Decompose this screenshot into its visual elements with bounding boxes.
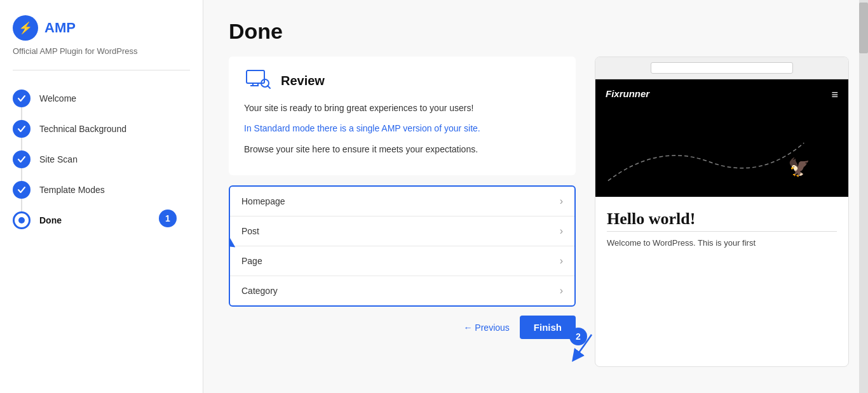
preview-content: Fixrunner ≡ 🦅 Hello world! Welcome to Wo… — [595, 79, 848, 366]
active-dot — [18, 217, 25, 223]
hamburger-icon: ≡ — [831, 88, 838, 102]
finish-button-wrapper: Finish 2 — [520, 316, 576, 339]
review-title: Review — [281, 74, 325, 88]
step-circle-template — [13, 181, 31, 199]
review-section: Review Your site is ready to bring great… — [229, 57, 576, 175]
browse-item-post[interactable]: Post › — [230, 216, 574, 246]
browse-item-post-label: Post — [241, 226, 259, 236]
chevron-icon-page: › — [560, 255, 563, 267]
step-label-template: Template Modes — [39, 185, 105, 195]
step-circle-technical — [13, 120, 31, 138]
preview-hero: Fixrunner ≡ 🦅 — [595, 79, 848, 197]
left-panel: Review Your site is ready to bring great… — [229, 57, 576, 367]
scrollbar[interactable] — [859, 0, 868, 393]
sidebar-steps: Welcome Technical Background Site Scan T… — [13, 83, 190, 236]
review-text-1: Your site is ready to bring great experi… — [244, 101, 560, 115]
badge-2: 2 — [569, 328, 587, 345]
step-label-sitescan: Site Scan — [39, 154, 78, 164]
bottom-nav: ← Previous Finish 2 — [229, 307, 576, 339]
step-template-modes[interactable]: Template Modes — [13, 175, 190, 205]
badge-1: 1 — [159, 210, 177, 227]
svg-line-4 — [268, 86, 270, 88]
step-site-scan[interactable]: Site Scan — [13, 144, 190, 175]
preview-paragraph: Welcome to WordPress. This is your first — [607, 237, 837, 250]
review-icon — [244, 69, 272, 92]
logo-area: ⚡ AMP — [13, 15, 190, 41]
previous-button[interactable]: ← Previous — [463, 323, 509, 333]
step-welcome[interactable]: Welcome — [13, 83, 190, 114]
review-text-2-highlight: single AMP version — [356, 123, 432, 133]
browse-item-homepage-label: Homepage — [241, 196, 285, 206]
page-title: Done — [229, 19, 849, 44]
right-panel: Fixrunner ≡ 🦅 Hello world! Welcome to Wo… — [595, 57, 849, 367]
preview-browser-bar — [595, 57, 848, 79]
preview-body: Hello world! Welcome to WordPress. This … — [595, 197, 848, 263]
chevron-icon-homepage: › — [560, 196, 563, 207]
browse-item-category[interactable]: Category › — [230, 276, 574, 305]
preview-url-bar — [651, 62, 793, 74]
preview-site-name: Fixrunner — [606, 88, 649, 99]
scrollbar-thumb[interactable] — [859, 3, 868, 53]
step-label-welcome: Welcome — [39, 93, 76, 103]
step-technical-background[interactable]: Technical Background — [13, 114, 190, 144]
browse-item-page[interactable]: Page › — [230, 246, 574, 276]
step-label-done: Done — [39, 215, 62, 225]
sidebar-subtitle: Official AMP Plugin for WordPress — [13, 46, 190, 57]
bird-icon: 🦅 — [788, 157, 810, 178]
chevron-icon-category: › — [560, 285, 563, 296]
review-text-3: Browse your site here to ensure it meets… — [244, 142, 560, 156]
preview-hello-title: Hello world! — [607, 210, 837, 232]
step-circle-done — [13, 211, 31, 229]
browse-item-homepage[interactable]: Homepage › — [230, 187, 574, 216]
amp-icon: ⚡ — [13, 15, 38, 41]
step-circle-sitescan — [13, 150, 31, 168]
finish-button[interactable]: Finish — [520, 316, 576, 339]
review-text-2-before: In Standard mode there is a — [244, 123, 356, 133]
main-content: Done Review — [203, 0, 868, 393]
sidebar: ⚡ AMP Official AMP Plugin for WordPress … — [0, 0, 203, 393]
amp-title: AMP — [44, 20, 76, 36]
review-text-2: In Standard mode there is a single AMP v… — [244, 121, 560, 135]
step-done[interactable]: Done 1 — [13, 205, 190, 236]
content-grid: Review Your site is ready to bring great… — [229, 57, 849, 367]
browse-item-page-label: Page — [241, 256, 262, 266]
step-circle-welcome — [13, 90, 31, 107]
step-label-technical: Technical Background — [39, 124, 126, 134]
review-text-2-after: of your site. — [431, 123, 480, 133]
browse-list: Homepage › Post › Page › Category › — [229, 185, 576, 307]
chevron-icon-post: › — [560, 225, 563, 237]
review-header: Review — [244, 69, 560, 92]
browse-item-category-label: Category — [241, 286, 278, 296]
sidebar-divider — [13, 70, 190, 70]
